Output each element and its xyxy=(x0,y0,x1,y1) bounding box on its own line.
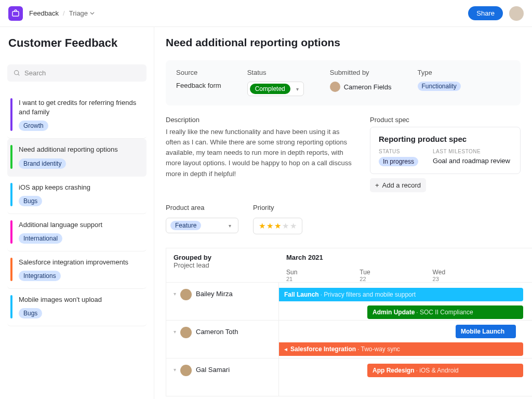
detail-title: Need additional reporting options xyxy=(166,36,532,49)
share-button[interactable]: Share xyxy=(468,6,503,20)
priority-stars[interactable]: ★★★★★ xyxy=(253,218,302,234)
sidebar-title: Customer Feedback xyxy=(7,36,147,50)
type-label: Type xyxy=(418,69,461,76)
timeline-row: ▾ Cameron Toth Mobile Launch ◂Salesforce… xyxy=(166,321,532,358)
timeline-day: Wed23 xyxy=(433,269,445,282)
spec-card[interactable]: Reporting product spec STATUS In progres… xyxy=(370,127,521,174)
timeline-bar[interactable]: App Redesign · iOS & Android xyxy=(367,364,523,377)
timeline-bar[interactable]: ◂Salesforce Integration · Two-way sync xyxy=(279,342,523,356)
feedback-tag: Integrations xyxy=(19,271,61,281)
timeline-lead[interactable]: ▾ Bailey Mirza xyxy=(166,283,279,320)
svg-rect-0 xyxy=(12,11,19,16)
feedback-item[interactable]: Additional language support Internationa… xyxy=(7,214,147,251)
description-label: Description xyxy=(166,116,354,124)
feedback-tag: Bugs xyxy=(19,308,42,318)
topbar: Feedback / Triage Share xyxy=(0,0,532,27)
feedback-title: Additional language support xyxy=(19,220,141,230)
timeline-bar[interactable]: Admin Update · SOC II Compliance xyxy=(367,305,523,319)
feedback-item[interactable]: Need additional reporting options Brand … xyxy=(7,139,147,176)
description-text: I really like the new functionality and … xyxy=(166,127,354,179)
search-icon xyxy=(14,70,20,76)
chevron-down-icon: ▾ xyxy=(226,223,234,229)
spec-section-label: Product spec xyxy=(370,116,521,124)
timeline-lead[interactable]: ▾ Gal Samari xyxy=(166,358,279,396)
feedback-item[interactable]: iOS app keeps crashing Bugs xyxy=(7,177,147,214)
svg-point-1 xyxy=(15,71,19,75)
source-label: Source xyxy=(176,69,221,76)
priority-label: Priority xyxy=(253,204,302,211)
lead-avatar xyxy=(180,289,192,300)
breadcrumb-separator: / xyxy=(63,9,65,17)
grouped-by-value: Project lead xyxy=(174,261,272,269)
spec-status-value: In progress xyxy=(379,157,418,166)
app-icon[interactable] xyxy=(8,6,23,21)
timeline-row: ▾ Bailey Mirza Fall Launch · Privacy fil… xyxy=(166,283,532,321)
product-area-select[interactable]: Feature ▾ xyxy=(166,218,238,233)
lead-avatar xyxy=(180,327,192,338)
feedback-item[interactable]: Mobile images won't upload Bugs xyxy=(7,289,147,326)
feedback-title: Salesforce integration improvements xyxy=(19,258,141,267)
add-record-button[interactable]: + Add a record xyxy=(370,178,426,192)
timeline-row: ▾ Gal Samari App Redesign · iOS & Androi… xyxy=(166,358,532,396)
timeline-bar[interactable]: Mobile Launch xyxy=(456,325,516,338)
color-bar xyxy=(10,145,12,168)
search-placeholder: Search xyxy=(24,69,46,77)
collapse-icon[interactable]: ▾ xyxy=(174,291,176,297)
chevron-down-icon: ▾ xyxy=(294,86,301,92)
timeline-bar[interactable]: Fall Launch · Privacy filters and mobile… xyxy=(279,288,523,301)
grouped-by-label: Grouped by xyxy=(174,254,272,261)
feedback-tag: Growth xyxy=(19,121,48,131)
lead-name: Cameron Toth xyxy=(196,328,238,336)
meta-card: Source Feedback form Status Completed ▾ … xyxy=(166,60,521,105)
main-panel: Need additional reporting options Source… xyxy=(154,27,532,399)
star-icon[interactable]: ★ xyxy=(274,221,281,231)
timeline-day: Sun21 xyxy=(286,269,297,282)
collapse-icon[interactable]: ▾ xyxy=(174,329,176,335)
timeline-lead[interactable]: ▾ Cameron Toth xyxy=(166,321,279,358)
submitter-name: Cameron Fields xyxy=(344,83,392,91)
spec-milestone-label: LAST MILESTONE xyxy=(433,149,510,154)
star-icon[interactable]: ★ xyxy=(282,221,289,231)
product-area-label: Product area xyxy=(166,204,238,211)
plus-icon: + xyxy=(375,181,379,189)
feedback-tag: International xyxy=(19,233,62,244)
feedback-item[interactable]: I want to get credits for referring frie… xyxy=(7,92,147,139)
collapse-icon[interactable]: ▾ xyxy=(174,367,176,373)
color-bar xyxy=(10,98,12,131)
status-label: Status xyxy=(247,69,304,76)
timeline-month: March 2021 xyxy=(286,254,525,261)
feedback-item[interactable]: Salesforce integration improvements Inte… xyxy=(7,251,147,289)
status-select[interactable]: Completed ▾ xyxy=(247,82,304,96)
color-bar xyxy=(10,258,12,281)
timeline: Grouped by Project lead March 2021 Sun21… xyxy=(166,248,532,396)
timeline-bars: Fall Launch · Privacy filters and mobile… xyxy=(279,283,532,320)
chevron-down-icon xyxy=(90,11,95,16)
color-bar xyxy=(10,220,12,244)
spec-title: Reporting product spec xyxy=(379,135,512,143)
feedback-title: iOS app keeps crashing xyxy=(19,183,141,192)
breadcrumb: Feedback / Triage xyxy=(29,9,95,17)
timeline-bars: App Redesign · iOS & Android xyxy=(279,358,532,396)
star-icon[interactable]: ★ xyxy=(259,221,265,231)
color-bar xyxy=(10,295,12,318)
feedback-tag: Bugs xyxy=(19,196,42,206)
sidebar: Customer Feedback Search I want to get c… xyxy=(0,27,154,399)
submitter-avatar xyxy=(330,82,340,92)
star-icon[interactable]: ★ xyxy=(267,221,273,231)
breadcrumb-current[interactable]: Triage xyxy=(69,9,95,17)
timeline-bars: Mobile Launch ◂Salesforce Integration · … xyxy=(279,321,532,358)
lead-avatar xyxy=(180,365,192,376)
lead-name: Gal Samari xyxy=(196,366,230,374)
submitted-label: Submitted by xyxy=(330,69,392,76)
user-avatar[interactable] xyxy=(509,6,524,21)
search-input[interactable]: Search xyxy=(7,64,147,82)
star-icon[interactable]: ★ xyxy=(290,221,297,231)
source-value: Feedback form xyxy=(176,82,221,89)
feedback-tag: Brand identity xyxy=(19,158,66,169)
status-value: Completed xyxy=(250,84,290,94)
breadcrumb-root[interactable]: Feedback xyxy=(29,9,59,17)
submitted-by[interactable]: Cameron Fields xyxy=(330,82,392,92)
spec-status-label: STATUS xyxy=(379,149,418,154)
feedback-title: Mobile images won't upload xyxy=(19,295,141,304)
type-pill[interactable]: Functionality xyxy=(418,82,461,91)
